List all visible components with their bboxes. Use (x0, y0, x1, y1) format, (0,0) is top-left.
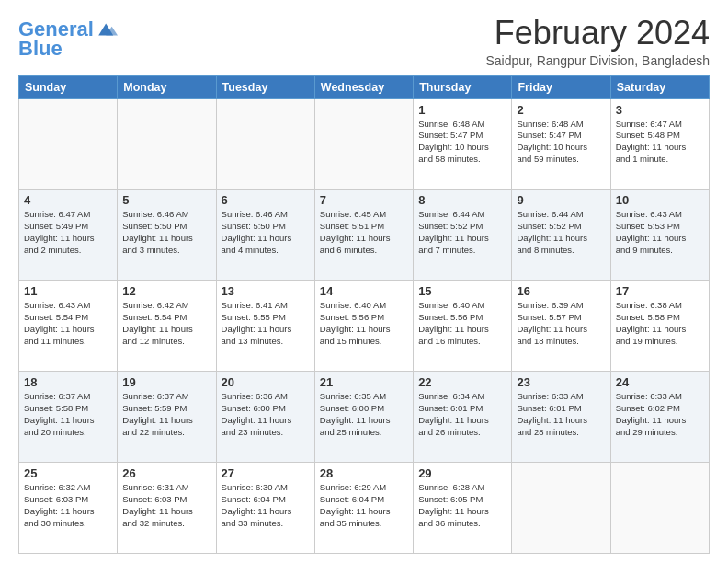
table-row: 24Sunrise: 6:33 AM Sunset: 6:02 PM Dayli… (610, 372, 709, 463)
table-row: 21Sunrise: 6:35 AM Sunset: 6:00 PM Dayli… (314, 372, 413, 463)
table-row: 11Sunrise: 6:43 AM Sunset: 5:54 PM Dayli… (19, 281, 118, 372)
cell-day-number: 18 (24, 375, 112, 389)
cell-day-number: 23 (517, 375, 605, 389)
table-row: 26Sunrise: 6:31 AM Sunset: 6:03 PM Dayli… (118, 463, 216, 554)
page: General Blue February 2024 Saidpur, Rang… (0, 0, 728, 563)
cell-info: Sunrise: 6:34 AM Sunset: 6:01 PM Dayligh… (418, 391, 506, 438)
table-row: 13Sunrise: 6:41 AM Sunset: 5:55 PM Dayli… (216, 281, 314, 372)
cell-info: Sunrise: 6:47 AM Sunset: 5:48 PM Dayligh… (616, 119, 704, 166)
cell-info: Sunrise: 6:44 AM Sunset: 5:52 PM Dayligh… (418, 209, 506, 256)
table-row: 18Sunrise: 6:37 AM Sunset: 5:58 PM Dayli… (19, 372, 118, 463)
cell-info: Sunrise: 6:30 AM Sunset: 6:04 PM Dayligh… (222, 482, 310, 529)
col-sunday: Sunday (19, 75, 118, 98)
cell-day-number: 12 (122, 284, 210, 298)
cell-info: Sunrise: 6:48 AM Sunset: 5:47 PM Dayligh… (418, 119, 506, 166)
cell-day-number: 21 (320, 375, 408, 389)
cell-info: Sunrise: 6:37 AM Sunset: 5:58 PM Dayligh… (24, 391, 112, 438)
cell-info: Sunrise: 6:40 AM Sunset: 5:56 PM Dayligh… (418, 300, 506, 347)
table-row: 15Sunrise: 6:40 AM Sunset: 5:56 PM Dayli… (414, 281, 512, 372)
calendar-week-row: 4Sunrise: 6:47 AM Sunset: 5:49 PM Daylig… (19, 190, 710, 281)
table-row: 25Sunrise: 6:32 AM Sunset: 6:03 PM Dayli… (19, 463, 118, 554)
table-row (19, 98, 118, 190)
cell-info: Sunrise: 6:38 AM Sunset: 5:58 PM Dayligh… (616, 300, 704, 347)
header: General Blue February 2024 Saidpur, Rang… (18, 15, 710, 68)
cell-day-number: 16 (517, 284, 605, 298)
col-friday: Friday (512, 75, 610, 98)
cell-day-number: 26 (122, 466, 210, 480)
table-row: 23Sunrise: 6:33 AM Sunset: 6:01 PM Dayli… (512, 372, 610, 463)
cell-info: Sunrise: 6:45 AM Sunset: 5:51 PM Dayligh… (320, 209, 408, 256)
cell-day-number: 9 (517, 193, 605, 207)
cell-day-number: 19 (122, 375, 210, 389)
cell-day-number: 25 (24, 466, 112, 480)
title-block: February 2024 Saidpur, Rangpur Division,… (485, 15, 710, 68)
cell-info: Sunrise: 6:37 AM Sunset: 5:59 PM Dayligh… (122, 391, 210, 438)
cell-info: Sunrise: 6:43 AM Sunset: 5:53 PM Dayligh… (616, 209, 704, 256)
table-row: 29Sunrise: 6:28 AM Sunset: 6:05 PM Dayli… (414, 463, 512, 554)
calendar-week-row: 18Sunrise: 6:37 AM Sunset: 5:58 PM Dayli… (19, 372, 710, 463)
cell-info: Sunrise: 6:47 AM Sunset: 5:49 PM Dayligh… (24, 209, 112, 256)
table-row (512, 463, 610, 554)
cell-info: Sunrise: 6:46 AM Sunset: 5:50 PM Dayligh… (222, 209, 310, 256)
cell-info: Sunrise: 6:48 AM Sunset: 5:47 PM Dayligh… (517, 119, 605, 166)
table-row: 28Sunrise: 6:29 AM Sunset: 6:04 PM Dayli… (314, 463, 413, 554)
cell-info: Sunrise: 6:31 AM Sunset: 6:03 PM Dayligh… (122, 482, 210, 529)
cell-day-number: 3 (616, 103, 704, 117)
table-row: 3Sunrise: 6:47 AM Sunset: 5:48 PM Daylig… (610, 98, 709, 190)
cell-info: Sunrise: 6:39 AM Sunset: 5:57 PM Dayligh… (517, 300, 605, 347)
cell-day-number: 4 (24, 193, 112, 207)
logo: General Blue (18, 18, 118, 61)
cell-info: Sunrise: 6:35 AM Sunset: 6:00 PM Dayligh… (320, 391, 408, 438)
calendar-title: February 2024 (485, 15, 710, 52)
table-row: 1Sunrise: 6:48 AM Sunset: 5:47 PM Daylig… (414, 98, 512, 190)
col-tuesday: Tuesday (216, 75, 314, 98)
cell-day-number: 5 (122, 193, 210, 207)
table-row: 19Sunrise: 6:37 AM Sunset: 5:59 PM Dayli… (118, 372, 216, 463)
table-row: 2Sunrise: 6:48 AM Sunset: 5:47 PM Daylig… (512, 98, 610, 190)
cell-info: Sunrise: 6:41 AM Sunset: 5:55 PM Dayligh… (222, 300, 310, 347)
table-row: 14Sunrise: 6:40 AM Sunset: 5:56 PM Dayli… (314, 281, 413, 372)
cell-day-number: 20 (222, 375, 310, 389)
cell-info: Sunrise: 6:36 AM Sunset: 6:00 PM Dayligh… (222, 391, 310, 438)
table-row: 12Sunrise: 6:42 AM Sunset: 5:54 PM Dayli… (118, 281, 216, 372)
cell-day-number: 29 (418, 466, 506, 480)
cell-info: Sunrise: 6:44 AM Sunset: 5:52 PM Dayligh… (517, 209, 605, 256)
table-row: 10Sunrise: 6:43 AM Sunset: 5:53 PM Dayli… (610, 190, 709, 281)
cell-day-number: 1 (418, 103, 506, 117)
table-row: 22Sunrise: 6:34 AM Sunset: 6:01 PM Dayli… (414, 372, 512, 463)
cell-info: Sunrise: 6:32 AM Sunset: 6:03 PM Dayligh… (24, 482, 112, 529)
cell-day-number: 17 (616, 284, 704, 298)
cell-day-number: 28 (320, 466, 408, 480)
table-row (216, 98, 314, 190)
calendar-table: Sunday Monday Tuesday Wednesday Thursday… (18, 75, 710, 554)
cell-info: Sunrise: 6:46 AM Sunset: 5:50 PM Dayligh… (122, 209, 210, 256)
calendar-week-row: 11Sunrise: 6:43 AM Sunset: 5:54 PM Dayli… (19, 281, 710, 372)
cell-info: Sunrise: 6:28 AM Sunset: 6:05 PM Dayligh… (418, 482, 506, 529)
cell-info: Sunrise: 6:43 AM Sunset: 5:54 PM Dayligh… (24, 300, 112, 347)
col-monday: Monday (118, 75, 216, 98)
table-row: 8Sunrise: 6:44 AM Sunset: 5:52 PM Daylig… (414, 190, 512, 281)
cell-info: Sunrise: 6:40 AM Sunset: 5:56 PM Dayligh… (320, 300, 408, 347)
calendar-week-row: 1Sunrise: 6:48 AM Sunset: 5:47 PM Daylig… (19, 98, 710, 190)
cell-day-number: 15 (418, 284, 506, 298)
table-row: 9Sunrise: 6:44 AM Sunset: 5:52 PM Daylig… (512, 190, 610, 281)
col-thursday: Thursday (414, 75, 512, 98)
cell-day-number: 6 (222, 193, 310, 207)
table-row: 7Sunrise: 6:45 AM Sunset: 5:51 PM Daylig… (314, 190, 413, 281)
table-row (118, 98, 216, 190)
cell-day-number: 7 (320, 193, 408, 207)
cell-day-number: 24 (616, 375, 704, 389)
calendar-subtitle: Saidpur, Rangpur Division, Bangladesh (485, 53, 710, 68)
table-row: 17Sunrise: 6:38 AM Sunset: 5:58 PM Dayli… (610, 281, 709, 372)
cell-info: Sunrise: 6:33 AM Sunset: 6:02 PM Dayligh… (616, 391, 704, 438)
table-row: 4Sunrise: 6:47 AM Sunset: 5:49 PM Daylig… (19, 190, 118, 281)
col-saturday: Saturday (610, 75, 709, 98)
table-row (314, 98, 413, 190)
calendar-header-row: Sunday Monday Tuesday Wednesday Thursday… (19, 75, 710, 98)
cell-info: Sunrise: 6:33 AM Sunset: 6:01 PM Dayligh… (517, 391, 605, 438)
table-row: 16Sunrise: 6:39 AM Sunset: 5:57 PM Dayli… (512, 281, 610, 372)
cell-day-number: 2 (517, 103, 605, 117)
table-row: 5Sunrise: 6:46 AM Sunset: 5:50 PM Daylig… (118, 190, 216, 281)
cell-day-number: 13 (222, 284, 310, 298)
cell-day-number: 27 (222, 466, 310, 480)
